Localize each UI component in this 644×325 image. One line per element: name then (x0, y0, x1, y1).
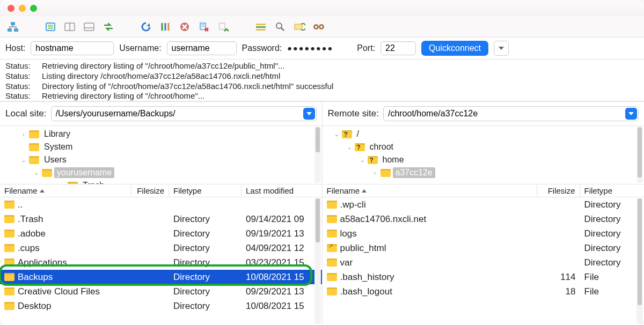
remote-tree[interactable]: ⌄/⌄chroot⌄home›a37cc12e (323, 125, 645, 184)
toggle-localtree-icon[interactable] (62, 20, 77, 34)
col-filesize[interactable]: Filesize (131, 185, 169, 196)
folder-icon (380, 169, 391, 177)
host-label: Host: (5, 43, 25, 53)
scrollbar[interactable] (636, 198, 643, 324)
disconnect-icon[interactable] (196, 20, 211, 34)
minimize-icon[interactable] (19, 5, 26, 12)
svg-rect-28 (295, 24, 302, 29)
tree-item[interactable]: ⌄home (323, 153, 645, 166)
folder-icon (4, 244, 14, 252)
col-filename[interactable]: Filename (0, 185, 131, 196)
sort-asc-icon (40, 189, 45, 193)
col-filename[interactable]: Filename (323, 185, 537, 196)
toggle-log-icon[interactable] (43, 20, 58, 34)
svg-rect-24 (256, 26, 266, 28)
tree-item[interactable]: ⌄/ (323, 128, 645, 141)
quickconnect-bar: Host: Username: Password: ●●●●●●●● Port:… (0, 38, 644, 60)
scrollbar[interactable] (314, 127, 321, 183)
folder-icon (4, 302, 14, 310)
svg-rect-2 (14, 28, 18, 32)
filter-icon[interactable] (253, 20, 268, 34)
remote-list-header: Filename Filesize Filetype (323, 184, 645, 197)
table-row[interactable]: .bash_logout18File (323, 284, 645, 299)
local-tree[interactable]: ›LibrarySystem⌄Users⌄yourusernameTrash (0, 125, 322, 184)
table-row[interactable]: Creative Cloud FilesDirectory09/29/2021 … (0, 284, 322, 299)
folder-icon (4, 287, 14, 296)
local-file-list[interactable]: ...TrashDirectory09/14/2021 09.adobeDire… (0, 197, 322, 325)
col-filetype[interactable]: Filetype (580, 185, 645, 196)
table-row[interactable]: .TrashDirectory09/14/2021 09 (0, 212, 322, 226)
reconnect-icon[interactable] (216, 20, 231, 34)
cancel-icon[interactable] (177, 20, 192, 34)
folder-icon (4, 215, 14, 223)
svg-rect-25 (256, 29, 266, 31)
process-queue-icon[interactable] (158, 20, 173, 34)
close-icon[interactable] (8, 5, 14, 12)
remote-pane: Remote site: ⌄/⌄chroot⌄home›a37cc12e Fil… (323, 102, 645, 325)
password-label: Password: (242, 43, 282, 53)
folder-icon (4, 258, 14, 267)
folder-icon (327, 230, 337, 238)
tree-item[interactable]: System (0, 141, 322, 153)
zoom-icon[interactable] (30, 5, 37, 12)
toolbar (0, 16, 644, 38)
table-row[interactable]: a58ac14706.nxcli.netDirectory (323, 212, 645, 226)
col-filesize[interactable]: Filesize (537, 185, 580, 196)
remote-site-dropdown[interactable] (625, 108, 637, 120)
tree-item[interactable]: Trash (0, 179, 322, 184)
local-site-input[interactable] (51, 106, 317, 121)
compare-icon[interactable] (292, 20, 307, 34)
tree-item[interactable]: ⌄yourusername (0, 166, 322, 179)
panes: Local site: ›LibrarySystem⌄Users⌄youruse… (0, 101, 644, 325)
svg-point-26 (276, 23, 282, 28)
sort-asc-icon (362, 189, 367, 193)
scrollbar[interactable] (314, 198, 321, 324)
remote-file-list[interactable]: .wp-cliDirectorya58ac14706.nxcli.netDire… (323, 197, 645, 325)
table-row[interactable]: .. (0, 197, 322, 212)
folder-icon (68, 182, 78, 185)
app-window: Host: Username: Password: ●●●●●●●● Port:… (0, 0, 644, 325)
tree-item[interactable]: ›a37cc12e (323, 166, 645, 179)
local-site-label: Local site: (5, 108, 47, 119)
table-row[interactable]: logsDirectory (323, 226, 645, 241)
table-row[interactable]: .wp-cliDirectory (323, 197, 645, 212)
quickconnect-dropdown[interactable] (494, 41, 509, 56)
table-row[interactable]: .cupsDirectory04/09/2021 12 (0, 241, 322, 255)
log-line: Status:Retrieving directory listing of "… (5, 91, 639, 101)
password-input[interactable]: ●●●●●●●● (287, 44, 352, 53)
table-row[interactable]: varDirectory (323, 255, 645, 270)
tree-item[interactable]: ⌄chroot (323, 141, 645, 153)
username-input[interactable] (167, 41, 237, 55)
port-label: Port: (357, 43, 375, 53)
svg-rect-22 (219, 23, 225, 29)
folder-icon (4, 201, 14, 209)
table-row[interactable]: BackupsDirectory10/08/2021 15 (0, 270, 322, 284)
scrollbar[interactable] (636, 127, 643, 183)
tree-item[interactable]: ⌄Users (0, 153, 322, 166)
col-modified[interactable]: Last modified (241, 185, 322, 196)
col-filetype[interactable]: Filetype (169, 185, 241, 196)
local-site-dropdown[interactable] (303, 108, 315, 120)
folder-icon (29, 156, 39, 164)
folder-icon (4, 273, 14, 281)
table-row[interactable]: .bash_history114File (323, 270, 645, 284)
svg-rect-1 (8, 28, 12, 32)
table-row[interactable]: ApplicationsDirectory03/23/2021 15 (0, 255, 322, 270)
table-row[interactable]: .adobeDirectory09/19/2021 13 (0, 226, 322, 241)
tree-item[interactable]: ›Library (0, 128, 322, 141)
search-icon[interactable] (273, 20, 288, 34)
host-input[interactable] (31, 41, 114, 55)
refresh-icon[interactable] (138, 20, 153, 34)
svg-rect-23 (256, 24, 266, 25)
quickconnect-button[interactable]: Quickconnect (421, 41, 488, 56)
sitemanager-icon[interactable] (5, 20, 20, 34)
find-icon[interactable] (311, 20, 326, 34)
port-input[interactable] (380, 41, 416, 55)
table-row[interactable]: DesktopDirectory10/08/2021 15 (0, 299, 322, 313)
remote-site-input[interactable] (383, 106, 639, 121)
table-row[interactable]: ↗public_htmlDirectory (323, 241, 645, 255)
titlebar (0, 0, 644, 16)
svg-rect-0 (11, 22, 15, 25)
toggle-queue-icon[interactable] (82, 20, 97, 34)
sync-browse-icon[interactable] (101, 20, 116, 34)
